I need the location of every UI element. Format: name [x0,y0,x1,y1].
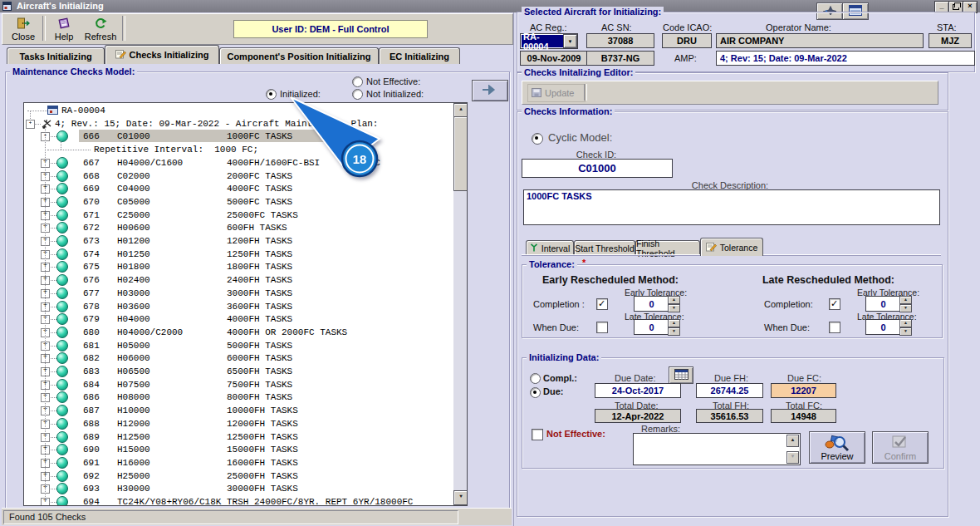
early-tolerance-spinner[interactable]: ▲ ▼ [899,296,912,312]
radio-initialized[interactable] [266,89,277,100]
total-fh-value: 35616.53 [711,411,749,421]
delivery-date-value: 09-Nov-2009 [527,53,581,63]
radio-compl[interactable] [530,373,541,384]
when-due-checkbox[interactable] [829,322,840,333]
tree-row[interactable]: +675H018001800FH TASKS [24,260,453,273]
preview-button[interactable]: Preview [809,431,865,464]
radio-initialized-label: Initialized: [280,89,321,99]
spin-up-icon[interactable]: ▲ [899,319,912,327]
tree-row[interactable]: +669C040004000FC TASKS [24,182,453,195]
late-tolerance-spinner[interactable]: ▲ ▼ [668,319,680,336]
tree-row[interactable]: +689H1250012500FH TASKS [24,430,453,444]
tree-row[interactable]: +673H012001200FH TASKS [24,234,453,248]
tree-row[interactable]: +668C020002000FC TASKS [24,170,453,183]
tree-row[interactable]: +676H024002400FH TASKS [24,273,453,287]
calendar-button[interactable] [669,366,693,384]
radio-not-effective[interactable] [352,76,363,87]
tree-row[interactable]: +672H00600600FH TASKS [24,221,453,234]
check-sphere-icon [56,222,68,234]
tree-row[interactable]: -666C010001000FC TASKS [24,130,453,143]
transfer-arrow-button[interactable] [472,80,508,101]
tree-row[interactable]: +694TC24K/Y08+RY06/C18KTRSH 24000FC/8YR.… [24,495,453,506]
spin-down-icon[interactable]: ▼ [668,327,680,336]
due-fc-field[interactable]: 12207 [771,383,836,398]
early-tolerance-spinner[interactable]: ▲ ▼ [668,296,680,312]
tree-row[interactable]: +687H1000010000FH TASKS [24,404,453,417]
tree-row[interactable]: +680H04000/C20004000FH OR 2000FC TASKS [24,326,453,339]
tree-row[interactable]: +684H075007500FH TASKS [24,378,453,391]
tab-checks-initializing[interactable]: Checks Initializing [105,45,219,64]
check-number: 688 [83,417,100,430]
tab-tolerance[interactable]: Tolerance [700,238,763,256]
tab-components-position-initializing[interactable]: Component's Position Initializing [219,47,379,64]
tree-row[interactable]: +681H050005000FH TASKS [24,339,453,352]
tree-row[interactable]: +690H1500015000FH TASKS [24,443,453,456]
due-date-value: 24-Oct-2017 [612,386,664,396]
spin-up-icon[interactable]: ▲ [668,296,680,304]
dropdown-icon: ▼ [568,39,573,44]
check-id-field[interactable]: C01000 [522,159,673,178]
tree-row[interactable]: +682H060006000FH TASKS [24,351,453,365]
refresh-button[interactable]: Refresh [81,16,120,42]
tree-row[interactable]: +692H2500025000FH TASKS [24,469,453,483]
radio-not-initialized[interactable] [352,89,363,100]
tree-row[interactable]: +683H065006500FH TASKS [24,365,453,378]
check-sphere-icon [56,327,68,338]
due-fh-field[interactable]: 26744.25 [696,383,763,398]
spin-up-icon[interactable]: ▲ [668,319,680,327]
update-button[interactable]: Update [527,84,586,102]
when-due-checkbox[interactable] [596,322,608,333]
tree-row[interactable]: RA-00004 [24,104,453,117]
completion-checkbox[interactable] [596,298,608,310]
connector [49,437,56,438]
due-date-field[interactable]: 24-Oct-2017 [595,383,681,398]
tree-scrollbar[interactable]: ▲ ▼ [453,103,467,505]
late-tolerance-field[interactable]: 0 [865,319,901,335]
tree-row[interactable]: -4; Rev.: 15; Date: 09-Mar-2022 - Aircra… [24,117,453,130]
tree-row[interactable]: +674H012501250FH TASKS [24,248,453,261]
close-button[interactable]: Close [6,16,41,42]
tree-row[interactable]: +691H1600016000FH TASKS [24,456,453,469]
ac-reg-dropdown-button[interactable]: ▼ [563,34,577,48]
confirm-button[interactable]: Confirm [872,431,929,464]
tab-tasks-initializing[interactable]: Tasks Initializing [7,47,105,64]
tree-row[interactable]: +678H036003600FH TASKS [24,300,453,313]
remarks-scroll-up[interactable]: ▲ [786,435,799,447]
late-tolerance-field[interactable]: 0 [634,319,669,335]
remarks-field[interactable]: ▲ ▼ [633,433,801,465]
early-tolerance-value: 0 [649,299,654,309]
checks-tree[interactable]: RA-00004-4; Rev.: 15; Date: 09-Mar-2022 … [23,102,468,506]
tab-ec-initializing[interactable]: EC Initializing [379,47,460,64]
tree-row[interactable]: +679H040004000FH TASKS [24,312,453,326]
check-sphere-icon [56,274,68,286]
not-effective-checkbox[interactable] [532,429,543,440]
radio-cyclic-model[interactable] [532,133,543,145]
connector [49,332,56,333]
check-description-field[interactable]: 1000FC TASKS [523,189,940,225]
tree-row[interactable]: +667H04000/C16004000FH/1600FC-BSI /CC [24,156,453,170]
tree-row[interactable]: Repetitive Interval: 1000 FC; [24,143,453,156]
check-number: 680 [83,326,100,339]
completion-checkbox[interactable] [829,298,840,310]
ac-reg-combo[interactable]: RA-00004 ▼ [520,33,578,49]
tree-row[interactable]: +693H3000030000FH TASKS [24,482,453,495]
help-button[interactable]: Help [47,16,81,42]
spin-down-icon[interactable]: ▼ [899,327,912,336]
tree-row[interactable]: +686H080008000FH TASKS [24,391,453,404]
tree-row[interactable]: +688H1200012000FH TASKS [24,417,453,430]
tree-row[interactable]: +671C2500025000FC TASKS [24,209,453,222]
arrow-right-icon [481,85,499,96]
scroll-thumb[interactable] [453,116,468,191]
remarks-scroll-down[interactable]: ▼ [786,451,799,464]
radio-due[interactable] [530,387,541,398]
check-description: 30000FH TASKS [227,482,298,495]
scroll-down-button[interactable]: ▼ [453,490,468,505]
early-tolerance-field[interactable]: 0 [634,296,669,312]
connector [49,319,56,320]
late-tolerance-spinner[interactable]: ▲ ▼ [899,319,912,336]
early-tolerance-field[interactable]: 0 [865,296,901,312]
spin-up-icon[interactable]: ▲ [899,296,912,304]
tree-row[interactable]: +670C050005000FC TASKS [24,195,453,209]
tree-row[interactable]: +677H030003000FH TASKS [24,287,453,300]
check-sphere-icon [56,313,68,325]
